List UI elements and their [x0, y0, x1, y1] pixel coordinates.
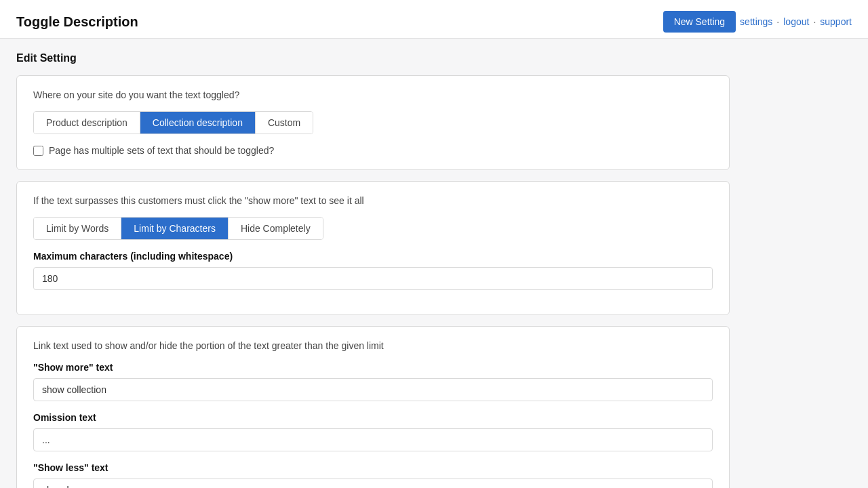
show-more-field: "Show more" text: [33, 362, 713, 401]
show-more-input[interactable]: [33, 378, 713, 401]
max-chars-input[interactable]: [33, 267, 713, 290]
multiple-sets-checkbox-row: Page has multiple sets of text that shou…: [33, 145, 713, 156]
card-limit-type: If the text surpasses this customers mus…: [16, 181, 730, 315]
omission-field: Omission text: [33, 412, 713, 451]
card-link-text: Link text used to show and/or hide the p…: [16, 326, 730, 488]
omission-label: Omission text: [33, 412, 713, 423]
page-subtitle: Edit Setting: [16, 52, 730, 64]
limit-type-tabs: Limit by Words Limit by Characters Hide …: [33, 217, 323, 240]
multiple-sets-checkbox[interactable]: [33, 146, 43, 156]
multiple-sets-label: Page has multiple sets of text that shou…: [49, 145, 274, 156]
card2-description: If the text surpasses this customers mus…: [33, 195, 713, 206]
omission-input[interactable]: [33, 428, 713, 451]
nav-sep-2: ·: [813, 16, 816, 27]
tab-custom[interactable]: Custom: [256, 112, 313, 134]
card-toggle-location: Where on your site do you want the text …: [16, 75, 730, 170]
card3-description: Link text used to show and/or hide the p…: [33, 340, 713, 351]
max-chars-field: Maximum characters (including whitespace…: [33, 251, 713, 290]
card1-description: Where on your site do you want the text …: [33, 89, 713, 100]
header-nav: New Setting settings · logout · support: [663, 11, 852, 33]
page-content: Edit Setting Where on your site do you w…: [0, 39, 746, 488]
max-chars-label: Maximum characters (including whitespace…: [33, 251, 713, 262]
support-link[interactable]: support: [820, 16, 852, 27]
show-less-field: "Show less" text: [33, 462, 713, 488]
show-less-label: "Show less" text: [33, 462, 713, 473]
tab-limit-by-characters[interactable]: Limit by Characters: [121, 218, 229, 239]
page-header: Toggle Description New Setting settings …: [0, 0, 868, 39]
nav-sep-1: ·: [776, 16, 779, 27]
tab-product-description[interactable]: Product description: [34, 112, 140, 134]
tab-limit-by-words[interactable]: Limit by Words: [34, 218, 121, 239]
settings-link[interactable]: settings: [740, 16, 772, 27]
toggle-location-tabs: Product description Collection descripti…: [33, 111, 313, 134]
tab-collection-description[interactable]: Collection description: [140, 112, 256, 134]
show-more-label: "Show more" text: [33, 362, 713, 373]
new-setting-button[interactable]: New Setting: [663, 11, 736, 33]
tab-hide-completely[interactable]: Hide Completely: [229, 218, 323, 239]
page-title: Toggle Description: [16, 14, 138, 30]
logout-link[interactable]: logout: [783, 16, 809, 27]
show-less-input[interactable]: [33, 479, 713, 488]
